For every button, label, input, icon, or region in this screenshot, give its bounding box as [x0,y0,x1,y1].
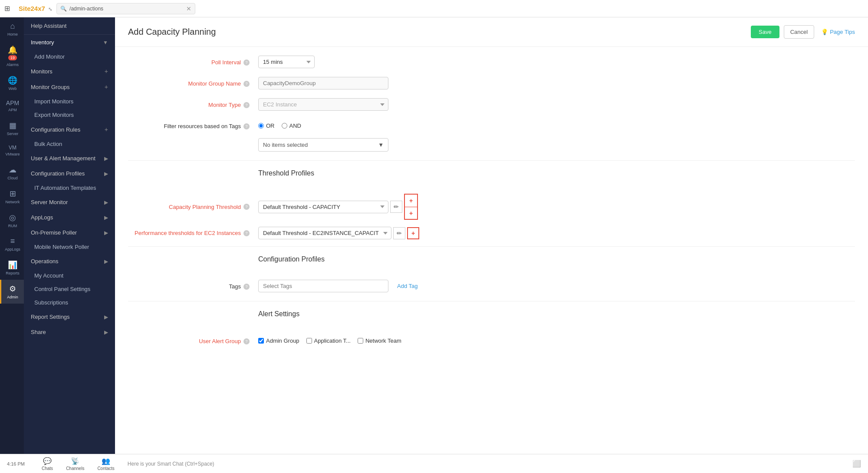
search-input[interactable] [69,6,184,12]
content-header: Add Capacity Planning Save Cancel 💡 Page… [115,17,868,47]
help-assistant-item[interactable]: Help Assistant [24,17,115,35]
application-group-checkbox[interactable] [306,338,312,344]
admin-group-checkbox[interactable] [258,338,264,344]
config-rules-plus-icon[interactable]: + [105,126,108,133]
monitor-groups-plus-icon[interactable]: + [105,83,108,90]
side-panel: Help Assistant Inventory ▼ Add Monitor M… [24,17,115,454]
sidebar-item-cloud[interactable]: ☁ Cloud [0,161,24,185]
config-profiles-item[interactable]: Configuration Profiles ▶ [24,166,115,181]
monitor-groups-item[interactable]: Monitor Groups + [24,79,115,95]
monitor-type-info-icon[interactable]: ? [243,102,250,108]
sidebar-item-vmware[interactable]: VM VMware [0,140,24,161]
filter-tags-control: OR AND [258,119,301,129]
mobile-network-item[interactable]: Mobile Network Poller [24,240,115,254]
share-arrow-icon: ▶ [104,329,108,335]
performance-threshold-select[interactable]: Default Threshold - EC2INSTANCE_CAPACIT [258,227,391,239]
control-panel-item[interactable]: Control Panel Settings [24,282,115,296]
grid-menu-icon[interactable]: ⊞ [4,4,10,13]
sidebar-item-admin[interactable]: ⚙ Admin [0,280,24,304]
capacity-threshold-row: Capacity Planning Threshold ? Default Th… [128,194,855,220]
server-monitor-item[interactable]: Server Monitor ▶ [24,195,115,210]
network-team-checkbox[interactable] [358,338,363,344]
no-items-dropdown[interactable]: No items selected ▼ [258,138,388,152]
page-tips-link[interactable]: 💡 Page Tips [821,29,855,35]
poll-interval-select[interactable]: 15 mins 1 min 5 mins 10 mins 30 mins 60 … [258,56,315,68]
cancel-button[interactable]: Cancel [784,25,814,39]
sidebar-item-reports[interactable]: 📊 Reports [0,256,24,280]
time-display: 4:16 PM [7,461,29,466]
capacity-threshold-add-btn[interactable]: + [405,195,417,207]
subscriptions-item[interactable]: Subscriptions [24,296,115,309]
monitor-type-select[interactable]: EC2 Instance RDS Instance ELB [258,98,388,111]
filter-or-radio[interactable] [258,123,264,129]
report-settings-item[interactable]: Report Settings ▶ [24,309,115,324]
admin-group-option[interactable]: Admin Group [258,337,299,344]
bottom-bar: 4:16 PM 💬 Chats 📡 Channels 👥 Contacts He… [0,454,868,473]
capacity-threshold-info-icon[interactable]: ? [243,204,250,210]
bulk-action-item[interactable]: Bulk Action [24,137,115,151]
network-team-option[interactable]: Network Team [358,337,401,344]
sidebar-item-rum[interactable]: ◎ RUM [0,208,24,232]
monitor-group-name-control [258,77,388,89]
my-account-item[interactable]: My Account [24,269,115,282]
sidebar-item-applogs[interactable]: ≡ AppLogs [0,232,24,256]
server-icon: ▦ [9,121,16,130]
monitors-item[interactable]: Monitors + [24,63,115,79]
applogs-item[interactable]: AppLogs ▶ [24,210,115,225]
page-title: Add Capacity Planning [128,27,216,37]
add-monitor-item[interactable]: Add Monitor [24,50,115,63]
sidebar-item-apm[interactable]: APM APM [0,95,24,116]
performance-threshold-info-icon[interactable]: ? [243,230,250,236]
capacity-threshold-edit-btn[interactable]: ✏ [390,201,402,213]
on-premise-item[interactable]: On-Premise Poller ▶ [24,225,115,240]
import-monitors-item[interactable]: Import Monitors [24,95,115,108]
chats-item[interactable]: 💬 Chats [42,457,53,471]
share-item[interactable]: Share ▶ [24,324,115,340]
application-group-option[interactable]: Application T... [306,337,351,344]
performance-threshold-edit-btn[interactable]: ✏ [393,227,405,239]
chats-icon: 💬 [43,457,52,465]
clear-icon[interactable]: ✕ [186,5,191,12]
performance-threshold-controls: Default Threshold - EC2INSTANCE_CAPACIT … [258,227,419,239]
dropdown-arrow-icon: ▼ [378,142,384,148]
filter-or-option[interactable]: OR [258,122,275,129]
contacts-item[interactable]: 👥 Contacts [97,457,114,471]
it-automation-item[interactable]: IT Automation Templates [24,181,115,195]
capacity-threshold-select[interactable]: Default Threshold - CAPACITY [258,201,388,213]
logo: Site24x7 ⤡ [17,5,52,12]
threshold-divider [128,160,855,161]
web-icon: 🌐 [8,76,17,85]
topbar: ⊞ Site24x7 ⤡ 🔍 ✕ [0,0,868,17]
monitor-group-name-input[interactable] [258,77,388,89]
performance-threshold-label: Performance thresholds for EC2 Instances… [128,230,258,236]
monitor-type-label: Monitor Type ? [128,98,258,108]
config-rules-item[interactable]: Configuration Rules + [24,122,115,137]
content-area: Add Capacity Planning Save Cancel 💡 Page… [115,17,868,454]
poll-interval-info-icon[interactable]: ? [243,60,250,66]
tags-input[interactable] [258,280,388,292]
operations-item[interactable]: Operations ▶ [24,254,115,269]
user-alert-mgmt-item[interactable]: User & Alert Management ▶ [24,151,115,166]
monitors-plus-icon[interactable]: + [105,68,108,75]
capacity-threshold-add-btn-2[interactable]: + [405,207,417,219]
filter-and-radio[interactable] [282,123,287,129]
save-button[interactable]: Save [751,26,779,38]
sidebar-item-home[interactable]: ⌂ Home [0,17,24,41]
tags-info-icon[interactable]: ? [243,284,250,290]
search-bar[interactable]: 🔍 ✕ [56,3,195,14]
user-alert-arrow-icon: ▶ [104,155,108,162]
channels-item[interactable]: 📡 Channels [66,457,84,471]
sidebar-item-server[interactable]: ▦ Server [0,116,24,140]
bottom-right-icon[interactable]: ⬜ [852,460,861,468]
user-alert-info-icon[interactable]: ? [243,338,250,344]
inventory-section[interactable]: Inventory ▼ [24,35,115,50]
sidebar-item-network[interactable]: ⊞ Network [0,185,24,208]
filter-tags-info-icon[interactable]: ? [243,123,250,129]
monitor-group-name-info-icon[interactable]: ? [243,81,250,87]
sidebar-item-web[interactable]: 🌐 Web [0,71,24,95]
performance-threshold-add-btn[interactable]: + [407,227,419,239]
export-monitors-item[interactable]: Export Monitors [24,108,115,122]
filter-and-option[interactable]: AND [282,122,301,129]
add-tag-link[interactable]: Add Tag [397,283,418,289]
sidebar-item-alarms[interactable]: 🔔 19 Alarms [0,41,24,71]
